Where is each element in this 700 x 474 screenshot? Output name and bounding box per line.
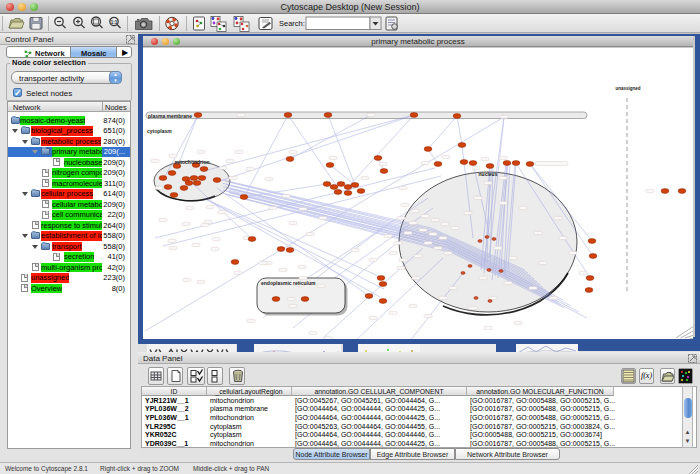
svg-text:Search:: Search: — [279, 19, 305, 28]
svg-text:cytoplasm: cytoplasm — [147, 128, 172, 134]
svg-text:endoplasmic reticulum: endoplasmic reticulum — [261, 280, 316, 286]
svg-text:nucleus: nucleus — [479, 171, 498, 177]
svg-text:unassigned: unassigned — [615, 86, 640, 91]
svg-text:1:1: 1:1 — [111, 20, 118, 25]
svg-text:mitochondrion: mitochondrion — [175, 159, 210, 165]
svg-text:plasma membrane: plasma membrane — [148, 113, 192, 119]
